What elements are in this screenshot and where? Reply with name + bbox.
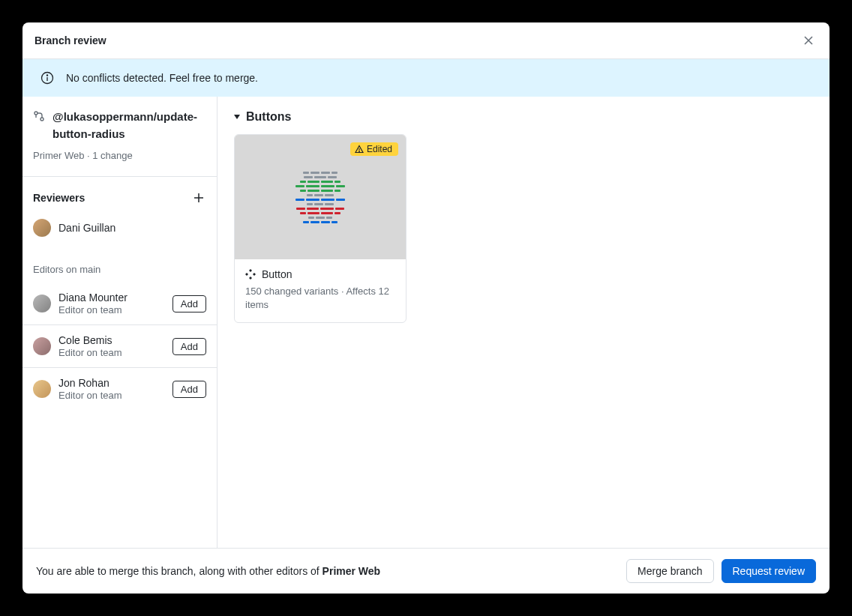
modal-footer: You are able to merge this branch, along… — [22, 548, 830, 594]
modal-title: Branch review — [34, 34, 106, 46]
request-review-button[interactable]: Request review — [722, 559, 817, 583]
plus-icon — [193, 192, 205, 204]
branch-review-modal: Branch review No conflicts detected. Fee… — [22, 22, 830, 594]
avatar — [33, 219, 51, 237]
warning-icon — [355, 145, 364, 154]
branch-name: @lukasoppermann/update-button-radius — [52, 109, 206, 142]
add-editor-button[interactable]: Add — [172, 295, 206, 312]
svg-point-4 — [40, 118, 44, 121]
group-title: Buttons — [246, 110, 291, 124]
branch-meta: Primer Web · 1 change — [33, 150, 206, 161]
editor-item: Diana Mounter Editor on team Add — [22, 283, 217, 325]
component-preview — [294, 172, 346, 223]
editor-item: Jon Rohan Editor on team Add — [22, 368, 217, 410]
svg-point-6 — [359, 151, 360, 152]
reviewers-title: Reviewers — [33, 192, 85, 204]
editor-name: Cole Bemis — [58, 334, 122, 346]
reviewers-section: Reviewers Dani Guillan — [22, 177, 217, 253]
card-body: Button 150 changed variants · Affects 12… — [235, 259, 406, 322]
reviewer-item: Dani Guillan — [33, 216, 206, 249]
component-thumbnail: Edited — [235, 135, 406, 259]
modal-body: @lukasoppermann/update-button-radius Pri… — [22, 97, 830, 548]
editor-role: Editor on team — [58, 390, 122, 401]
card-title: Button — [262, 268, 292, 280]
editor-item: Cole Bemis Editor on team Add — [22, 325, 217, 368]
editors-on-main-title: Editors on main — [22, 253, 217, 283]
edited-badge: Edited — [350, 142, 398, 156]
branch-icon — [33, 110, 45, 125]
banner-text: No conflicts detected. Feel free to merg… — [66, 72, 258, 84]
card-meta: 150 changed variants · Affects 12 items — [245, 285, 395, 312]
editor-name: Diana Mounter — [58, 292, 128, 304]
add-editor-button[interactable]: Add — [172, 338, 206, 355]
component-card[interactable]: Edited — [234, 134, 406, 323]
editor-role: Editor on team — [58, 347, 122, 358]
svg-point-3 — [34, 112, 38, 115]
component-icon — [245, 269, 256, 280]
reviewer-name: Dani Guillan — [58, 222, 116, 234]
svg-point-2 — [46, 75, 47, 76]
group-header[interactable]: Buttons — [234, 110, 813, 124]
add-editor-button[interactable]: Add — [172, 381, 206, 398]
footer-text: You are able to merge this branch, along… — [36, 565, 380, 577]
close-button[interactable] — [800, 31, 818, 49]
modal-header: Branch review — [22, 22, 830, 59]
info-icon — [40, 71, 54, 85]
editor-name: Jon Rohan — [58, 377, 122, 389]
branch-info: @lukasoppermann/update-button-radius Pri… — [22, 97, 217, 176]
merge-branch-button[interactable]: Merge branch — [626, 559, 713, 583]
main-content: Buttons Edited — [218, 97, 830, 548]
info-banner: No conflicts detected. Feel free to merg… — [22, 59, 830, 97]
add-reviewer-button[interactable] — [191, 190, 206, 205]
caret-down-icon — [234, 115, 240, 119]
avatar — [33, 380, 51, 398]
avatar — [33, 295, 51, 312]
avatar — [33, 337, 51, 355]
close-icon — [802, 34, 814, 46]
editor-role: Editor on team — [58, 304, 128, 315]
sidebar: @lukasoppermann/update-button-radius Pri… — [22, 97, 218, 548]
